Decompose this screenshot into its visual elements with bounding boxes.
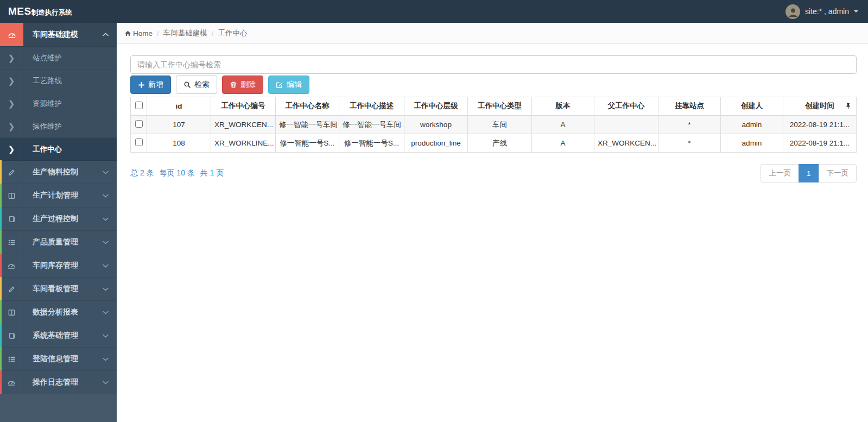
add-button[interactable]: 新增 [130,75,171,94]
next-page-button[interactable]: 下一页 [819,164,857,182]
sidebar-item-login-info-management[interactable]: 登陆信息管理 [0,348,117,371]
chevron-down-icon [103,171,109,174]
table-header-row: id 工作中心编号 工作中心名称 工作中心描述 工作中心层级 工作中心类型 版本… [131,97,857,116]
select-all-checkbox[interactable] [135,102,143,109]
header-code[interactable]: 工作中心编号 [211,97,276,116]
breadcrumb-home[interactable]: Home [124,29,153,37]
header-version[interactable]: 版本 [532,97,594,116]
header-type[interactable]: 工作中心类型 [468,97,532,116]
chevron-down-icon [103,287,109,291]
sidebar-item-operation-log-management[interactable]: 操作日志管理 [0,371,117,394]
header-creator[interactable]: 创建人 [721,97,783,116]
sidebar-item-quality-management[interactable]: 产品质量管理 [0,231,117,254]
app-logo[interactable]: MES制造执行系统 [0,5,117,17]
top-navbar: MES制造执行系统 site:* , admin [0,0,868,23]
user-menu[interactable]: site:* , admin [785,4,858,19]
sidebar-item-label: 生产物料控制 [23,167,103,177]
strip [0,277,2,300]
sidebar-subitem-label: 资源维护 [23,99,62,109]
header-id[interactable]: id [147,97,211,116]
edit-icon [0,278,23,300]
sidebar-item-plan-management[interactable]: 生产计划管理 [0,184,117,207]
row-checkbox[interactable] [135,120,143,128]
cell-parent: XR_WORKCEN... [594,134,658,153]
strip [0,370,2,394]
sidebar-subitem-work-center[interactable]: ❯ 工作中心 [0,138,117,161]
header-description[interactable]: 工作中心描述 [339,97,404,116]
prev-page-button[interactable]: 上一页 [761,164,799,182]
search-input[interactable] [130,55,857,74]
header-select-all [131,97,147,116]
header-level[interactable]: 工作中心层级 [404,97,468,116]
list-icon [0,348,23,370]
strip [0,254,2,277]
sidebar-subitem-operation-maintenance[interactable]: ❯ 操作维护 [0,115,117,138]
breadcrumb-separator: / [212,29,214,37]
sidebar-item-kanban-management[interactable]: 车间看板管理 [0,278,117,301]
dashboard-icon [0,371,23,394]
cell-code: XR_WORKCEN... [211,116,276,134]
chevron-right-icon: ❯ [0,92,23,115]
edit-button[interactable]: 编辑 [268,75,309,94]
trash-icon [230,81,237,89]
page-1-button[interactable]: 1 [799,164,819,182]
sidebar-subitem-label: 工作中心 [23,144,62,154]
header-parent[interactable]: 父工作中心 [594,97,658,116]
breadcrumb-separator: / [157,29,159,37]
home-icon [124,30,131,37]
chevron-down-icon [103,241,109,244]
strip [0,160,2,184]
cell-name: 修一智能一号车间 [276,116,339,134]
sidebar-subitem-station-maintenance[interactable]: ❯ 站点维护 [0,47,117,70]
sidebar-subitem-process-route[interactable]: ❯ 工艺路线 [0,70,117,92]
row-checkbox[interactable] [135,138,143,146]
search-button[interactable]: 检索 [176,75,217,94]
pager: 上一页 1 下一页 [761,164,857,182]
delete-button[interactable]: 删除 [222,75,263,94]
strip [0,184,2,207]
header-station[interactable]: 挂靠站点 [658,97,721,116]
breadcrumb: Home / 车间基础建模 / 工作中心 [117,23,868,44]
header-created-time[interactable]: 创建时间 [783,97,857,116]
sidebar-subitem-label: 站点维护 [23,53,62,63]
chevron-down-icon [103,264,109,268]
pagination-bar: 总 2 条 每页 10 条 共 1 页 上一页 1 下一页 [130,164,857,182]
edit-square-icon [276,81,283,89]
sidebar-item-label: 车间库存管理 [23,261,103,270]
cell-created-time: 2022-08-19 21:1... [783,116,857,134]
table-row[interactable]: 107 XR_WORKCEN... 修一智能一号车间 修一智能一号车间 work… [131,116,857,134]
chevron-right-icon: ❯ [0,138,23,160]
cell-type: 产线 [468,134,532,153]
sidebar-subitem-label: 操作维护 [23,122,62,131]
person-icon [787,7,799,18]
dashboard-icon [0,254,23,277]
chevron-down-icon [103,357,109,361]
strip [0,300,2,324]
breadcrumb-item: 车间基础建模 [163,28,207,38]
chevron-down-icon [103,311,109,314]
cell-created-time: 2022-08-19 21:1... [783,134,857,153]
sidebar-item-process-control[interactable]: 生产过程控制 [0,207,117,231]
sidebar-item-inventory-management[interactable]: 车间库存管理 [0,254,117,278]
table-row[interactable]: 108 XR_WORKLINE... 修一智能一号S... 修一智能一号S...… [131,134,857,153]
sidebar: 车间基础建模 ❯ 站点维护 ❯ 工艺路线 ❯ 资源维护 ❯ 操作维护 ❯ 工作中… [0,23,117,422]
sidebar-item-material-control[interactable]: 生产物料控制 [0,161,117,184]
cell-description: 修一智能一号车间 [339,116,404,134]
sidebar-subitem-resource-maintenance[interactable]: ❯ 资源维护 [0,92,117,115]
pin-icon[interactable] [845,103,851,109]
chevron-up-icon [103,33,109,36]
sidebar-item-system-management[interactable]: 系统基础管理 [0,324,117,348]
sidebar-item-analytics-reports[interactable]: 数据分析报表 [0,301,117,324]
cell-type: 车间 [468,116,532,134]
app-logo-primary: MES [8,5,31,17]
summary-per-page: 每页 10 条 [159,168,194,177]
header-name[interactable]: 工作中心名称 [276,97,339,116]
columns-icon [0,301,23,324]
caret-down-icon [854,10,858,12]
search-icon [183,81,191,89]
sidebar-item-workshop-modeling[interactable]: 车间基础建模 [0,23,117,47]
main-area: Home / 车间基础建模 / 工作中心 新增 检索 删除 编辑 [117,23,868,422]
cell-level: workshop [404,116,468,134]
summary-pages: 共 1 页 [200,168,224,177]
pagination-summary: 总 2 条 每页 10 条 共 1 页 [130,168,227,178]
